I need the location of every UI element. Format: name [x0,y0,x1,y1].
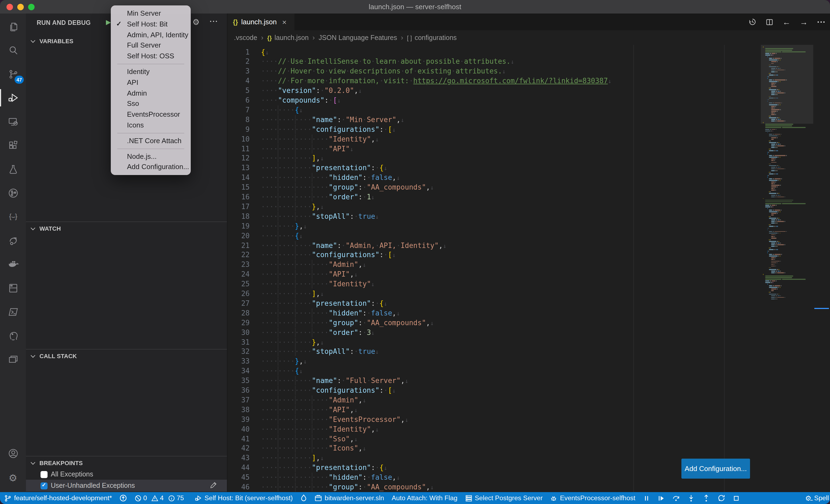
code-line[interactable]: 36············"configurations":·[↓ [227,386,761,395]
code-line[interactable]: 21············"name":·"Admin,·API,·Ident… [227,241,761,250]
breakpoint-row[interactable]: User-Unhandled Exceptions [26,480,227,492]
status-item-flame-icon[interactable] [300,494,307,502]
menu-item-admin[interactable]: Admin [111,88,191,99]
menu-item-self-host-bit[interactable]: ✓Self Host: Bit [111,19,191,30]
code-line[interactable]: 24················"API",↓ [227,270,761,279]
activity-bar-testing-icon[interactable] [0,157,26,181]
status-item-debug-step-into-icon[interactable] [687,494,695,502]
code-line[interactable]: 9············"configurations":·[↓ [227,125,761,134]
menu-item-admin-api-identity[interactable]: Admin, API, Identity [111,29,191,40]
close-icon[interactable]: × [282,18,286,26]
more-actions-icon[interactable]: ··· [210,17,218,25]
status-item-debug-continue-icon[interactable] [658,495,665,502]
code-line[interactable]: 32············"stopAll":·true↓ [227,347,761,357]
activity-bar-account-icon[interactable] [0,441,26,465]
status-item-debug-restart-icon[interactable] [717,494,725,502]
scrollbar[interactable] [813,45,830,492]
checkbox[interactable] [40,471,47,478]
menu-item-eventsprocessor[interactable]: EventsProcessor [111,109,191,120]
section-breakpoints[interactable]: BREAKPOINTS [26,457,227,469]
code-line[interactable]: 3····//·Hover·to·view·descriptions·of·ex… [227,67,761,76]
menu-item-full-server[interactable]: Full Server [111,40,191,51]
section-call-stack[interactable]: CALL STACK [26,350,227,362]
menu-item-icons[interactable]: Icons [111,120,191,131]
activity-bar-source-control-icon[interactable]: 47 [0,62,26,86]
code-line[interactable]: 20········{↓ [227,231,761,241]
activity-bar-run-debug-icon[interactable] [0,86,26,110]
menu-item-min-server[interactable]: Min Server [111,8,191,19]
gear-icon[interactable]: ⚙ [192,17,200,27]
status-item-feature-self-hosted-development[interactable]: feature/self-hosted-development* [4,494,112,502]
close-window-button[interactable] [6,3,13,10]
code-line[interactable]: 37················"Admin",↓ [227,395,761,405]
activity-bar-powershell-icon[interactable] [0,300,26,324]
code-line[interactable]: 45················"hidden":·false,↓ [227,473,761,482]
activity-bar-braces-face-icon[interactable]: {⌣} [0,205,26,229]
status-item-debug-pause-icon[interactable] [643,495,650,502]
code-line[interactable]: 30················"order":·3↓ [227,328,761,337]
menu-item-self-host-oss[interactable]: Self Host: OSS [111,51,191,62]
code-line[interactable]: 35············"name":·"Full·Server",↓ [227,376,761,386]
code-line[interactable]: 25················"Identity"↓ [227,279,761,289]
edit-pencil-icon[interactable] [210,481,217,491]
status-item-spell-checker[interactable]: ⚙−Spell [805,494,829,502]
status-item-bitwarden-server-sln[interactable]: bitwarden-server.sln [315,494,384,502]
activity-bar-extensions-icon[interactable] [0,133,26,157]
code-line[interactable]: 1{↓ [227,47,761,57]
code-line[interactable]: 26············],↓ [227,289,761,299]
activity-bar-remote-explorer-icon[interactable] [0,110,26,133]
breadcrumb-item[interactable]: [ ]configurations [407,34,457,41]
menu-item-api[interactable]: API [111,77,191,88]
code-line[interactable]: 40················"Identity",↓ [227,424,761,434]
code-line[interactable]: 17············},↓ [227,202,761,212]
activity-bar-search-icon[interactable] [0,38,26,62]
code-line[interactable]: 5····"version":·"0.2.0",↓ [227,86,761,96]
activity-bar-settings-gear-icon[interactable]: ⚙ [0,466,26,490]
minimap-slider[interactable] [761,45,813,124]
code-line[interactable]: 46················"group":·"AA_compounds… [227,482,761,492]
code-line[interactable]: 44············"presentation":·{↓ [227,463,761,473]
checkbox[interactable] [40,482,47,489]
status-item-eventsprocessor-selfhost[interactable]: EventsProcessor-selfhost [550,494,635,502]
status-item-select-postgres-server[interactable]: Select Postgres Server [465,494,543,502]
code-line[interactable]: 15················"group":·"AA_compounds… [227,182,761,192]
minimap[interactable] [761,45,813,492]
activity-bar-docker-icon[interactable] [0,252,26,276]
activity-bar-sql-drawer-icon[interactable] [0,276,26,300]
code-line[interactable]: 23················"Admin",↓ [227,260,761,270]
menu-item-add-configuration[interactable]: Add Configuration... [111,162,191,173]
code-line[interactable]: 43············],↓ [227,453,761,463]
menu-item-sso[interactable]: Sso [111,99,191,109]
status-item-debug-step-over-icon[interactable] [672,494,680,502]
code-line[interactable]: 22············"configurations":·[↓ [227,250,761,260]
tab-launch-json[interactable]: {} launch.json × [227,13,294,30]
split-editor-icon[interactable] [766,18,773,26]
status-item-debug-stop-icon[interactable] [733,495,740,502]
activity-bar-explorer-icon[interactable] [0,14,26,38]
status-problems[interactable]: 0475 [134,494,187,502]
status-item-auto-attach-with-flag[interactable]: Auto Attach: With Flag [392,494,457,502]
section-watch[interactable]: WATCH [26,223,227,234]
breadcrumb-item[interactable]: JSON Language Features [319,34,397,41]
code-line[interactable]: 29················"group":·"AA_compounds… [227,318,761,328]
breakpoint-row[interactable]: All Exceptions [26,469,227,480]
code-line[interactable]: 18············"stopAll":·true↓ [227,212,761,222]
navigate-forward-icon[interactable]: → [800,17,808,27]
breadcrumb-item[interactable]: {}launch.json [267,34,309,41]
menu-item-net-core-attach[interactable]: .NET Core Attach [111,136,191,146]
code-line[interactable]: 42················"Icons",↓ [227,444,761,453]
code-line[interactable]: 7········{↓ [227,105,761,115]
menu-item-node-js[interactable]: Node.js... [111,151,191,162]
activity-bar-panels-icon[interactable] [0,347,26,371]
maximize-window-button[interactable] [28,3,35,10]
more-actions-icon[interactable]: ··· [817,17,826,27]
code-line[interactable]: 27············"presentation":·{↓ [227,299,761,308]
code-line[interactable]: 6····"compounds":·[↓ [227,96,761,105]
code-line[interactable]: 28················"hidden":·false,↓ [227,308,761,318]
code-line[interactable]: 8············"name":·"Min·Server",↓ [227,115,761,125]
code-line[interactable]: 14················"hidden":·false,↓ [227,173,761,182]
timeline-icon[interactable] [748,18,757,26]
breadcrumb-item[interactable]: .vscode [234,34,257,41]
code-line[interactable]: 10················"Identity",↓ [227,134,761,144]
activity-bar-live-share-icon[interactable] [0,229,26,252]
